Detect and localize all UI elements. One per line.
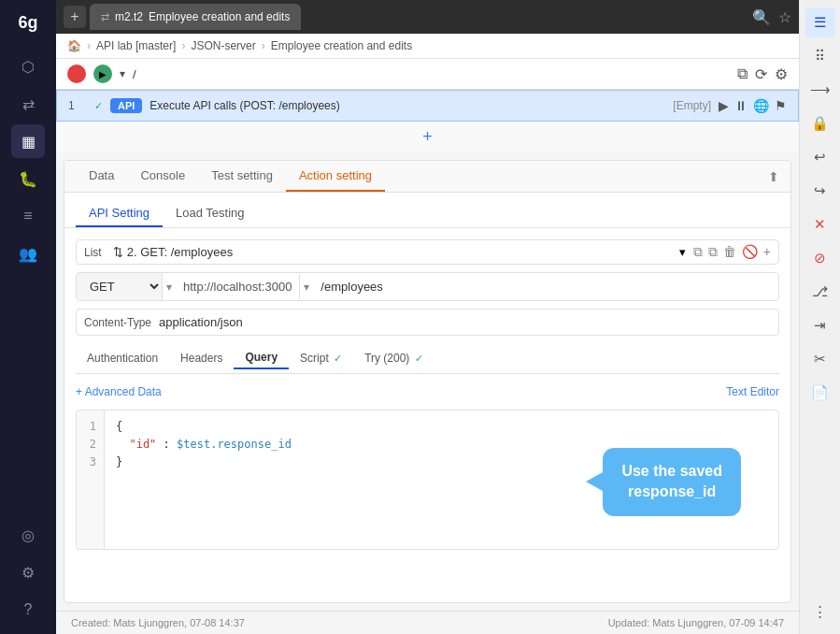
settings-icon[interactable]: ⚙ [775, 65, 788, 83]
breadcrumb-sep-1: › [87, 39, 91, 52]
sub-tab-load-testing[interactable]: Load Testing [163, 200, 258, 227]
text-editor-link[interactable]: Text Editor [726, 385, 779, 398]
rs-dots-icon[interactable]: ⠿ [805, 41, 835, 71]
row-actions: ▶ ⏸ 🌐 ⚑ [719, 98, 787, 113]
code-editor[interactable]: 1 2 3 { "id" : $test.response_id } Use t… [76, 410, 779, 550]
sub-tab-api-setting[interactable]: API Setting [76, 200, 163, 227]
rs-slash-icon[interactable]: ⊘ [805, 243, 835, 273]
breadcrumb-sep-2: › [181, 39, 185, 52]
method-select[interactable]: GET POST PUT DELETE [77, 273, 163, 300]
row-check-icon: ✓ [94, 100, 103, 112]
line-num-1: 1 [84, 418, 96, 436]
tab-title: Employee creation and edits [149, 10, 290, 23]
sidebar-item-grid[interactable]: ▦ [11, 124, 45, 158]
list-delete-icon[interactable]: 🗑 [723, 244, 736, 260]
rs-more-icon[interactable]: ⋮ [805, 597, 835, 627]
rs-redo-icon[interactable]: ↪ [805, 176, 835, 206]
api-content: List ⇅ 2. GET: /employees ▾ ⧉ ⧉ 🗑 🚫 + GE… [64, 228, 790, 561]
rs-undo-icon[interactable]: ↩ [805, 142, 835, 172]
advanced-row: + Advanced Data Text Editor [76, 382, 779, 402]
url-path-input[interactable] [313, 274, 778, 299]
script-check-icon: ✓ [334, 353, 342, 364]
row-pause-icon[interactable]: ⏸ [734, 98, 747, 113]
rs-close-icon[interactable]: ✕ [805, 209, 835, 239]
rs-branch-icon[interactable]: ⎇ [805, 277, 835, 307]
opt-tab-try[interactable]: Try (200) ✓ [353, 348, 434, 368]
breadcrumb-sep-3: › [262, 39, 265, 52]
line-num-3: 3 [84, 454, 96, 471]
sidebar-item-settings[interactable]: ⚙ [11, 555, 45, 589]
sidebar-item-help[interactable]: ? [11, 593, 45, 627]
dropdown-button[interactable]: ▾ [120, 67, 125, 80]
sidebar-item-network[interactable]: ⬡ [11, 50, 45, 83]
panel-tabs: Data Console Test setting Action setting… [64, 161, 790, 193]
sort-icon: ⇅ [113, 245, 123, 259]
code-line-3: } [116, 454, 767, 471]
path-input[interactable] [133, 67, 730, 81]
new-tab-button[interactable]: + [64, 6, 86, 28]
list-copy2-icon[interactable]: ⧉ [708, 244, 718, 260]
opt-tab-script[interactable]: Script ✓ [289, 348, 353, 368]
sidebar-item-list[interactable]: ≡ [11, 199, 45, 233]
right-sidebar: ☰ ⠿ ⟶ 🔒 ↩ ↪ ✕ ⊘ ⎇ ⇥ ✂ 📄 ⋮ [799, 0, 840, 634]
rs-doc-icon[interactable]: 📄 [805, 378, 835, 408]
row-status: [Empty] [673, 99, 711, 112]
advanced-data-link[interactable]: + Advanced Data [76, 385, 162, 398]
footer-created: Created: Mats Ljunggren, 07-08 14:37 [71, 617, 245, 628]
home-icon[interactable]: 🏠 [67, 39, 81, 52]
url-host: http://localhost:3000 [176, 274, 300, 299]
active-tab[interactable]: ⇄ m2.t2 Employee creation and edits [90, 4, 301, 30]
tab-action-setting[interactable]: Action setting [286, 161, 385, 192]
add-row-button[interactable]: + [56, 122, 799, 152]
play-button[interactable]: ▶ [93, 65, 112, 83]
api-row[interactable]: 1 ✓ API Execute API calls (POST: /employ… [56, 90, 799, 122]
tab-type-icon: ⇄ [101, 11, 109, 23]
star-icon[interactable]: ☆ [778, 8, 791, 26]
tab-console[interactable]: Console [127, 161, 198, 192]
rs-cut-icon[interactable]: ✂ [805, 344, 835, 374]
breadcrumb: 🏠 › API lab [master] › JSON-server › Emp… [56, 34, 799, 59]
content-type-value: application/json [159, 315, 243, 329]
stop-button[interactable] [67, 65, 86, 83]
sidebar-item-circle[interactable]: ◎ [11, 518, 45, 552]
refresh-icon[interactable]: ⟳ [755, 65, 767, 83]
main-area: + ⇄ m2.t2 Employee creation and edits 🔍 … [56, 0, 799, 634]
breadcrumb-api-lab[interactable]: API lab [master] [96, 39, 176, 52]
sidebar-item-arrows[interactable]: ⇄ [11, 87, 45, 121]
row-flag-icon[interactable]: ⚑ [775, 98, 787, 113]
toolbar: ▶ ▾ ⧉ ⟳ ⚙ [56, 59, 799, 90]
opt-tab-headers[interactable]: Headers [169, 348, 234, 368]
list-value: 2. GET: /employees [127, 245, 233, 259]
rs-split-icon[interactable]: ⇥ [805, 310, 835, 340]
list-copy-icon[interactable]: ⧉ [693, 244, 703, 260]
app-logo: 6g [12, 7, 43, 38]
footer: Created: Mats Ljunggren, 07-08 14:37 Upd… [56, 611, 799, 634]
code-line-2: "id" : $test.response_id [116, 436, 767, 454]
try-check-icon: ✓ [415, 353, 423, 364]
search-icon[interactable]: 🔍 [752, 8, 771, 26]
list-block-icon[interactable]: 🚫 [742, 244, 758, 260]
list-actions: ⧉ ⧉ 🗑 🚫 + [693, 244, 771, 260]
opt-tab-query[interactable]: Query [234, 347, 289, 369]
list-add-icon[interactable]: + [763, 244, 771, 260]
row-globe-icon[interactable]: 🌐 [753, 98, 769, 113]
content-type-label: Content-Type [84, 316, 151, 329]
options-tabs: Authentication Headers Query Script ✓ Tr… [76, 343, 779, 374]
tab-data[interactable]: Data [76, 161, 127, 192]
list-dropdown-icon[interactable]: ▾ [679, 245, 686, 259]
collapse-icon[interactable]: ⬆ [768, 169, 779, 184]
tab-bar: + ⇄ m2.t2 Employee creation and edits 🔍 … [56, 0, 799, 34]
sidebar-item-users[interactable]: 👥 [11, 237, 45, 270]
tab-test-setting[interactable]: Test setting [198, 161, 286, 192]
rs-list-view-icon[interactable]: ☰ [805, 7, 835, 37]
opt-tab-authentication[interactable]: Authentication [76, 348, 169, 368]
row-description: Execute API calls (POST: /employees) [149, 99, 665, 112]
copy-icon[interactable]: ⧉ [737, 65, 747, 83]
rs-lock-icon[interactable]: 🔒 [805, 108, 835, 138]
row-play-icon[interactable]: ▶ [719, 98, 729, 113]
sidebar-item-bug[interactable]: 🐛 [11, 162, 45, 195]
breadcrumb-json-server[interactable]: JSON-server [191, 39, 255, 52]
rs-flow-icon[interactable]: ⟶ [805, 75, 835, 105]
method-row: GET POST PUT DELETE ▾ http://localhost:3… [76, 272, 779, 301]
line-numbers: 1 2 3 [77, 411, 105, 549]
